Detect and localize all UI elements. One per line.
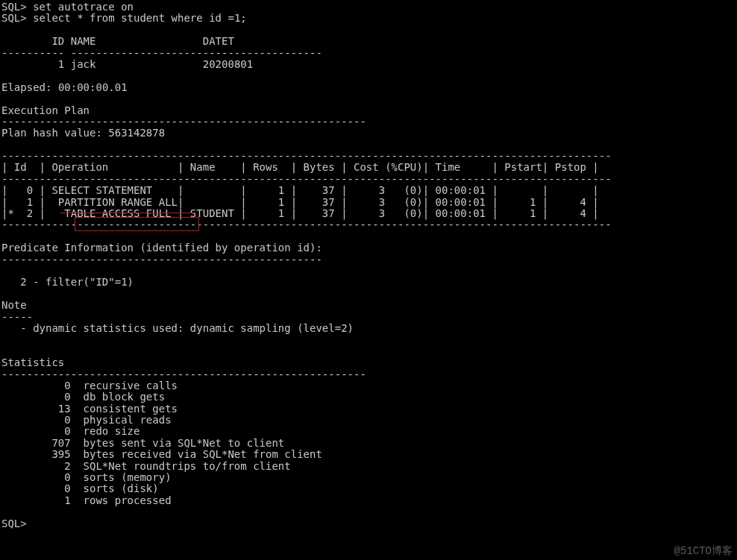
stat-1: 0 db block gets — [1, 391, 737, 403]
stat-4: 0 redo size — [1, 426, 737, 437]
plan-row-0: | 0 | SELECT STATEMENT | | 1 | 37 | 3 (0… — [1, 185, 737, 196]
plan-divider: ----------------------------------------… — [1, 116, 737, 128]
stat-0: 0 recursive calls — [1, 380, 737, 391]
blank — [1, 70, 737, 81]
statistics-header: Statistics — [1, 357, 737, 368]
blank — [1, 231, 737, 242]
stat-6: 395 bytes received via SQL*Net from clie… — [1, 449, 737, 460]
stat-10: 1 rows processed — [1, 495, 737, 506]
line-cmd2: SQL> select * from student where id =1; — [1, 13, 737, 24]
plan-wide-divider: ----------------------------------------… — [1, 151, 737, 162]
predicate-header: Predicate Information (identified by ope… — [1, 242, 737, 254]
plan-wide-divider: ----------------------------------------… — [1, 219, 737, 230]
note-line: - dynamic statistics used: dynamic sampl… — [1, 323, 737, 334]
line-cmd1: SQL> set autotrace on — [1, 1, 737, 13]
terminal-output[interactable]: SQL> set autotrace on SQL> select * from… — [0, 0, 737, 529]
stat-8: 0 sorts (memory) — [1, 472, 737, 483]
blank — [1, 139, 737, 151]
plan-hash: Plan hash value: 563142878 — [1, 128, 737, 139]
result-header: ID NAME DATET — [1, 36, 737, 47]
predicate-divider: ----------------------------------------… — [1, 254, 737, 265]
stat-2: 13 consistent gets — [1, 403, 737, 415]
blank — [1, 334, 737, 345]
execution-plan-header: Execution Plan — [1, 105, 737, 116]
blank — [1, 506, 737, 517]
result-row: 1 jack 20200801 — [1, 59, 737, 70]
note-header: Note — [1, 300, 737, 311]
predicate-line: 2 - filter("ID"=1) — [1, 277, 737, 288]
blank — [1, 289, 737, 300]
stat-9: 0 sorts (disk) — [1, 483, 737, 494]
stat-7: 2 SQL*Net roundtrips to/from client — [1, 461, 737, 472]
blank — [1, 93, 737, 104]
blank — [1, 346, 737, 357]
plan-row-1: | 1 | PARTITION RANGE ALL| | 1 | 37 | 3 … — [1, 197, 737, 208]
plan-row-2: |* 2 | TABLE ACCESS FULL | STUDENT | 1 |… — [1, 208, 737, 219]
prompt-idle[interactable]: SQL> — [1, 518, 737, 529]
blank — [1, 265, 737, 277]
result-divider: ---------- -----------------------------… — [1, 48, 737, 59]
blank — [1, 25, 737, 36]
note-divider: ----- — [1, 312, 737, 323]
elapsed: Elapsed: 00:00:00.01 — [1, 82, 737, 93]
plan-wide-divider: ----------------------------------------… — [1, 174, 737, 185]
plan-header-row: | Id | Operation | Name | Rows | Bytes |… — [1, 162, 737, 173]
watermark: @51CTO博客 — [674, 546, 733, 557]
stat-5: 707 bytes sent via SQL*Net to client — [1, 438, 737, 449]
plan-divider: ----------------------------------------… — [1, 369, 737, 380]
stat-3: 0 physical reads — [1, 415, 737, 426]
